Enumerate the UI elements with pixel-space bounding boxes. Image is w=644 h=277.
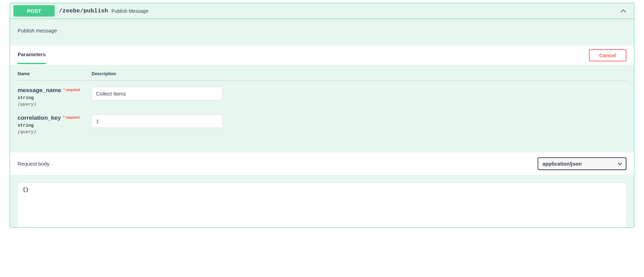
column-header-description: Description <box>92 71 626 76</box>
http-method-badge: POST <box>13 5 55 17</box>
param-name: message_name <box>18 87 61 93</box>
tab-parameters[interactable]: Parameters <box>18 51 46 64</box>
param-input-message-name[interactable] <box>92 87 222 100</box>
column-header-name: Name <box>18 71 92 76</box>
operation-block: POST /zeebe/publish Publish Message Publ… <box>10 3 634 228</box>
param-location: (query) <box>18 129 92 135</box>
param-type: string <box>18 95 92 100</box>
request-body-label: Request body <box>18 161 50 167</box>
required-badge: required <box>63 115 80 119</box>
request-body-section: {} <box>10 175 634 227</box>
param-type: string <box>18 123 92 128</box>
required-badge: required <box>63 88 80 92</box>
request-body-header: Request body application/json <box>10 152 634 175</box>
parameters-table: Name Description message_name required s… <box>10 65 634 152</box>
param-name: correlation_key <box>18 115 61 121</box>
param-location: (query) <box>18 102 92 107</box>
endpoint-description: Publish message <box>10 19 634 46</box>
endpoint-path: /zeebe/publish <box>59 8 108 14</box>
cancel-button[interactable]: Cancel <box>589 49 626 61</box>
endpoint-summary: Publish Message <box>112 8 148 14</box>
content-type-select[interactable]: application/json <box>538 157 626 170</box>
parameter-row: message_name required string (query) <box>18 87 626 107</box>
request-body-editor[interactable]: {} <box>18 182 626 227</box>
operation-summary[interactable]: POST /zeebe/publish Publish Message <box>10 3 634 19</box>
parameters-tab-bar: Parameters Cancel <box>10 46 634 65</box>
chevron-up-icon[interactable] <box>620 7 627 15</box>
param-input-correlation-key[interactable] <box>92 115 222 128</box>
parameter-row: correlation_key required string (query) <box>18 115 626 135</box>
